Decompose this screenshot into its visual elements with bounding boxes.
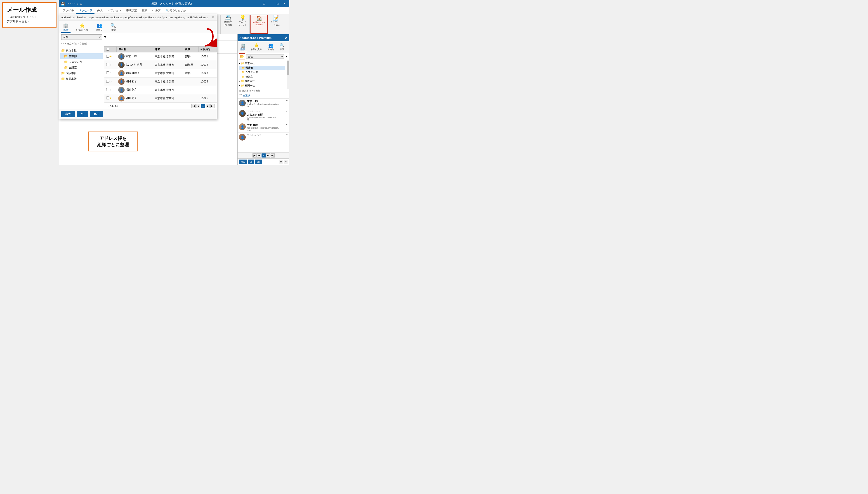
- row-checkbox-4[interactable]: [106, 80, 109, 83]
- al-cc-button[interactable]: Cc: [248, 159, 254, 164]
- al-tab-hierarchy[interactable]: 🏢 階層: [239, 42, 247, 52]
- undo-icon[interactable]: ↩: [67, 2, 69, 5]
- star-icon-4[interactable]: ☆: [109, 80, 112, 83]
- al-contact-item-1[interactable]: 👤 東京 一郎 i_tokyo@lookseries.onmicrosoft.c…: [238, 98, 289, 109]
- page-1-button[interactable]: 1: [201, 104, 205, 108]
- tab-options[interactable]: オプション: [105, 8, 124, 14]
- tab-insert[interactable]: 挿入: [95, 8, 105, 14]
- restore-button[interactable]: □: [275, 1, 281, 6]
- contact-dropdown-4[interactable]: ▼: [286, 134, 288, 136]
- table-row[interactable]: ★ 👤東京 一郎 東京本社 営業部 部長 10021: [105, 53, 217, 61]
- contact-dropdown-1[interactable]: ▼: [286, 100, 288, 102]
- al-tree-meeting[interactable]: 📁 会議室: [239, 75, 285, 79]
- table-scroll[interactable]: 表示名 部署 役職 社員番号 ★ 👤東京 一郎: [104, 46, 217, 102]
- tab-search[interactable]: 🔍 何をしますか: [163, 8, 188, 14]
- redo-icon[interactable]: ↪: [70, 2, 73, 5]
- side-page-1[interactable]: 1: [262, 153, 266, 157]
- popup-bcc-button[interactable]: Bcc: [90, 111, 103, 117]
- close-button[interactable]: ✕: [281, 1, 287, 6]
- side-first-page[interactable]: |◀: [252, 153, 257, 157]
- col-checkbox: [105, 46, 117, 53]
- annotation-box-bottom: アドレス帳を組織ごとに整理: [88, 132, 138, 151]
- al-tree-osaka[interactable]: ▸ 📁 大阪本社: [239, 79, 285, 83]
- al-help-button[interactable]: ?: [284, 160, 288, 164]
- folder-icon-4: 📁: [61, 71, 65, 75]
- al-side-tree: ▸ 📁 東京本社 📂 営業部 📁 システム部 📁 会議室: [238, 60, 287, 89]
- row-checkbox-5[interactable]: [106, 88, 109, 91]
- side-prev-page[interactable]: ◀: [257, 153, 261, 157]
- popup-to-button[interactable]: 宛先: [61, 111, 75, 117]
- al-side-breadcrumb: ☆ 東京本社 > 営業部: [238, 89, 289, 93]
- popup-company-select[interactable]: 全社: [61, 34, 102, 40]
- row-checkbox-6[interactable]: [106, 96, 109, 99]
- al-avatar-2: 👤: [239, 110, 246, 117]
- tab-review[interactable]: 校閲: [140, 8, 150, 14]
- table-row[interactable]: ★ 👤蒲田 尚子 東京本社 営業部 10025: [105, 94, 217, 102]
- last-page-button[interactable]: ▶|: [210, 104, 214, 108]
- prev-page-button[interactable]: ◀: [196, 104, 200, 108]
- minimize-button[interactable]: ─: [268, 1, 274, 6]
- popup-cc-button[interactable]: Cc: [77, 111, 88, 117]
- next-page-button[interactable]: ▶: [206, 104, 210, 108]
- tab-help[interactable]: ヘルプ: [150, 8, 163, 14]
- row-checkbox-1[interactable]: [106, 55, 109, 58]
- contact-dropdown-2[interactable]: ▼: [286, 110, 288, 113]
- select-all-checkbox-side[interactable]: [239, 94, 242, 97]
- contact-dropdown-3[interactable]: ▼: [286, 124, 288, 126]
- star-icon-5[interactable]: ☆: [109, 88, 112, 92]
- al-tab-favorites[interactable]: ⭐ お気に入り: [249, 42, 264, 52]
- window-tile-button[interactable]: ⊡: [261, 1, 267, 6]
- select-all-link[interactable]: 全選択: [243, 94, 250, 97]
- al-tab-contacts[interactable]: 👥 連絡先: [266, 42, 276, 52]
- table-row[interactable]: ☆ 👤おおさか 次郎 東京本社 営業部 副部長 10022: [105, 61, 217, 69]
- hier-addr-button[interactable]: 📇 階層型アドレス帳: [223, 15, 233, 27]
- table-row[interactable]: ☆ 👤横浜 則之 東京本社 営業部: [105, 86, 217, 94]
- tab-message[interactable]: メッセージ: [76, 8, 94, 14]
- customize-icon[interactable]: ⊕: [80, 2, 82, 5]
- up-icon[interactable]: ↑: [74, 2, 76, 5]
- tree-item-osaka[interactable]: 📁 大阪本社: [60, 70, 102, 76]
- table-row[interactable]: ☆ 👤大船 真理子 東京本社 営業部 課長 10023: [105, 69, 217, 77]
- al-tab-search[interactable]: 🔍 検索: [278, 42, 286, 52]
- row-checkbox-3[interactable]: [106, 71, 109, 74]
- side-last-page[interactable]: ▶|: [270, 153, 275, 157]
- addresslook-button[interactable]: 🏠 AddressLookPremium: [252, 15, 266, 26]
- al-tree-sales[interactable]: 📂 営業部: [239, 66, 285, 70]
- al-tree-fukuoka[interactable]: ▸ 📁 福岡本社: [239, 83, 285, 88]
- al-tree-tokyo[interactable]: ▸ 📁 東京本社: [239, 61, 285, 66]
- tree-item-meeting[interactable]: 📁 会議室: [60, 64, 102, 70]
- side-next-page[interactable]: ▶: [266, 153, 270, 157]
- tree-item-sales[interactable]: 📂 営業部: [60, 53, 102, 59]
- al-company-dropdown[interactable]: 全社: [246, 54, 284, 59]
- tree-item-tokyo[interactable]: 📁 東京本社: [60, 48, 102, 53]
- tab-file[interactable]: ファイル: [61, 8, 76, 14]
- ribbon-group-template: 📝 テンプレートを表示: [268, 15, 283, 34]
- star-icon-2[interactable]: ☆: [109, 63, 112, 66]
- al-to-button[interactable]: 宛先: [239, 159, 247, 164]
- save-icon[interactable]: 💾: [61, 2, 65, 6]
- al-panel-close-button[interactable]: ✕: [285, 36, 287, 40]
- star-icon-3[interactable]: ☆: [109, 72, 112, 75]
- first-page-button[interactable]: |◀: [191, 104, 195, 108]
- tree-item-fukuoka[interactable]: 📁 福岡本社: [60, 76, 102, 81]
- tree-item-system[interactable]: 📁 システム部: [60, 59, 102, 64]
- al-tree-system[interactable]: 📁 システム部: [239, 70, 285, 75]
- al-contact-item-4[interactable]: 👤 フクオカハツコ ▼: [238, 133, 289, 142]
- table-row[interactable]: ☆ 👤福岡 初子 東京本社 営業部 10024: [105, 77, 217, 86]
- al-contact-item-3[interactable]: 👤 大船 真理子 ma_tokyo@lookseries.onmicrosoft…: [238, 122, 289, 133]
- tree-scrollbar[interactable]: [287, 60, 289, 89]
- folder-icon-system: 📁: [242, 70, 245, 74]
- search-icon: 🔍: [166, 9, 169, 12]
- viva-button[interactable]: 💡 Viva インサイト: [238, 15, 247, 27]
- folder-icon-sales: 📂: [242, 66, 245, 70]
- al-bcc-button[interactable]: Bcc: [255, 159, 262, 164]
- template-button[interactable]: 📝 テンプレートを表示: [270, 15, 282, 27]
- down-icon[interactable]: ↓: [77, 2, 79, 5]
- star-icon-6[interactable]: ★: [109, 97, 112, 100]
- star-icon-1[interactable]: ★: [109, 55, 112, 58]
- row-checkbox-2[interactable]: [106, 63, 109, 66]
- select-all-checkbox[interactable]: [106, 48, 109, 51]
- al-settings-button[interactable]: ⚙: [279, 160, 283, 164]
- tab-format[interactable]: 書式設定: [124, 8, 139, 14]
- al-contact-item-2[interactable]: 👤 オオサカジロウ おおさか 次郎 j_osaka@lookseries.onm…: [238, 109, 289, 122]
